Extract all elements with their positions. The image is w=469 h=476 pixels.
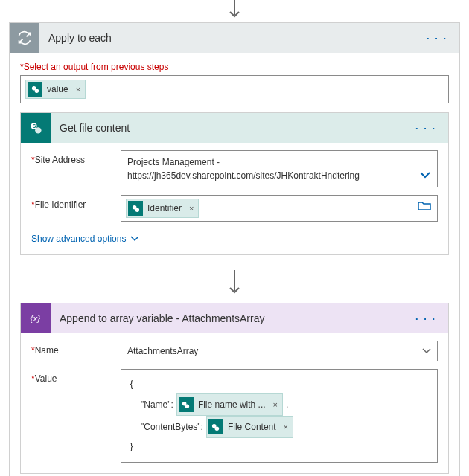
file-identifier-label: *File Identifier xyxy=(31,195,121,222)
sharepoint-icon xyxy=(28,82,42,97)
get-file-content-menu[interactable]: · · · xyxy=(412,123,439,134)
name-select[interactable]: AttachmentsArray xyxy=(121,341,438,361)
show-advanced-options[interactable]: Show advanced options xyxy=(21,222,150,254)
token-value[interactable]: value × xyxy=(25,80,86,99)
chevron-down-icon[interactable] xyxy=(419,169,431,182)
token-remove[interactable]: × xyxy=(189,202,194,215)
token-filecontent[interactable]: File Content × xyxy=(206,416,293,438)
append-array-card: {x} Append to array variable - Attachmen… xyxy=(20,303,449,474)
svg-point-9 xyxy=(185,404,190,408)
folder-icon[interactable] xyxy=(418,200,431,214)
value-input[interactable]: { "Name": File name with ... × , "Conten xyxy=(121,369,438,463)
append-array-menu[interactable]: · · · xyxy=(412,313,439,324)
token-remove[interactable]: × xyxy=(284,419,288,435)
get-file-content-card: S Get file content · · · *Site Address P… xyxy=(20,112,449,255)
svg-point-1 xyxy=(34,89,39,93)
svg-point-11 xyxy=(215,426,220,431)
connector-arrow-top xyxy=(9,0,460,21)
site-address-label: *Site Address xyxy=(31,150,121,187)
loop-icon xyxy=(10,23,39,53)
sharepoint-icon xyxy=(208,419,223,434)
svg-point-3 xyxy=(35,127,41,133)
token-identifier[interactable]: Identifier × xyxy=(126,199,199,218)
variable-icon: {x} xyxy=(21,303,51,333)
name-label: *Name xyxy=(31,341,121,361)
apply-to-each-menu[interactable]: · · · xyxy=(424,33,450,44)
svg-text:{x}: {x} xyxy=(31,313,41,323)
token-filename[interactable]: File name with ... × xyxy=(176,393,283,416)
sharepoint-icon xyxy=(179,397,194,412)
file-identifier-input[interactable]: Identifier × xyxy=(121,195,438,222)
append-array-header[interactable]: {x} Append to array variable - Attachmen… xyxy=(21,303,448,333)
apply-to-each-card: Apply to each · · · *Select an output fr… xyxy=(9,22,460,476)
chevron-down-icon xyxy=(130,234,139,244)
site-address-input[interactable]: Projects Management - https://jh365dev.s… xyxy=(121,150,438,187)
chevron-down-icon xyxy=(422,346,431,356)
connector-arrow-mid xyxy=(10,266,459,303)
apply-to-each-header[interactable]: Apply to each · · · xyxy=(10,23,459,53)
sharepoint-icon xyxy=(128,201,143,216)
select-output-input[interactable]: value × xyxy=(20,75,449,103)
token-remove[interactable]: × xyxy=(76,85,80,94)
value-label: *Value xyxy=(31,369,121,463)
svg-point-6 xyxy=(135,208,139,212)
append-array-title: Append to array variable - AttachmentsAr… xyxy=(51,312,412,324)
get-file-content-title: Get file content xyxy=(51,122,412,134)
select-output-label: *Select an output from previous steps xyxy=(20,62,449,72)
token-remove[interactable]: × xyxy=(273,396,278,413)
apply-to-each-title: Apply to each xyxy=(39,32,424,44)
svg-text:S: S xyxy=(33,123,36,129)
sharepoint-action-icon: S xyxy=(21,113,51,143)
get-file-content-header[interactable]: S Get file content · · · xyxy=(21,113,448,143)
